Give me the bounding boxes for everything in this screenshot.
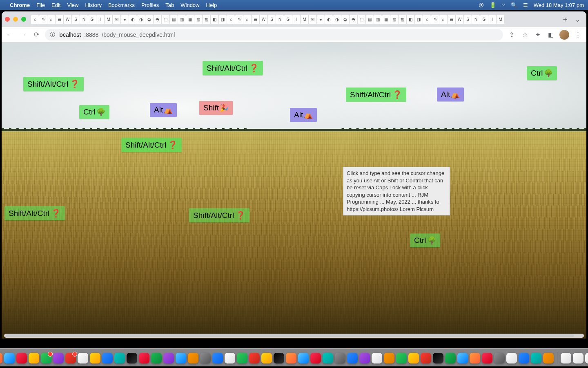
background-tab[interactable]: ◨: [219, 15, 227, 24]
chip-shiftaltctrl[interactable]: Shift/Alt/Ctrl❓: [346, 88, 406, 102]
background-tab[interactable]: ◐: [325, 15, 333, 24]
dock-app[interactable]: [433, 353, 443, 364]
background-tab[interactable]: W: [64, 15, 72, 24]
background-tab[interactable]: I: [292, 15, 301, 24]
dock-app[interactable]: [494, 353, 505, 364]
background-tab[interactable]: ◑: [137, 15, 145, 24]
wifi-icon[interactable]: ⌔: [502, 2, 505, 8]
background-tab[interactable]: W: [456, 15, 464, 24]
dock-app[interactable]: [127, 353, 137, 364]
share-icon[interactable]: ⇪: [507, 31, 516, 38]
reload-button[interactable]: ⟳: [32, 31, 41, 38]
background-tab[interactable]: ◨: [415, 15, 423, 24]
dock-app[interactable]: [457, 353, 468, 364]
new-tab-button[interactable]: ＋: [559, 14, 571, 24]
background-tab[interactable]: ☰: [56, 15, 64, 24]
address-bar[interactable]: ⓘ localhost:8888/body_mouse_deepdive.htm…: [45, 29, 503, 40]
background-tab[interactable]: ⌂: [439, 15, 448, 24]
dock-app[interactable]: [408, 353, 419, 364]
background-tab[interactable]: ◐: [129, 15, 137, 24]
background-tab[interactable]: ▤: [366, 15, 374, 24]
background-tab[interactable]: G: [284, 15, 292, 24]
battery-icon[interactable]: 🔋: [490, 2, 496, 8]
dock-app[interactable]: [372, 353, 382, 364]
background-tab[interactable]: ☰: [448, 15, 456, 24]
menu-help[interactable]: Help: [206, 2, 217, 8]
menu-bookmarks[interactable]: Bookmarks: [108, 2, 135, 8]
control-center-icon[interactable]: ☰: [523, 2, 528, 8]
dock-app[interactable]: [53, 353, 64, 364]
background-tab[interactable]: ▧: [390, 15, 399, 24]
menu-window[interactable]: Window: [180, 2, 199, 8]
background-tab[interactable]: ☰: [252, 15, 260, 24]
chrome-menu-icon[interactable]: ⋮: [573, 31, 582, 38]
chip-shiftaltctrl[interactable]: Shift/Alt/Ctrl❓: [189, 208, 249, 222]
background-tab[interactable]: S: [72, 15, 80, 24]
background-tab[interactable]: M: [105, 15, 113, 24]
dock-app[interactable]: [212, 353, 223, 364]
dock-app[interactable]: [163, 353, 174, 364]
profile-avatar[interactable]: [559, 30, 569, 40]
dock-minimized-window[interactable]: [561, 353, 571, 364]
chip-shiftaltctrl[interactable]: Shift/Alt/Ctrl❓: [4, 206, 65, 220]
dock-app[interactable]: [90, 353, 100, 364]
dock-app[interactable]: [0, 353, 2, 364]
dock-app[interactable]: [151, 353, 162, 364]
background-tab[interactable]: ◧: [211, 15, 219, 24]
page-viewport[interactable]: Shift/Alt/Ctrl❓Shift/Alt/Ctrl❓Ctrl🌳Shift…: [2, 43, 586, 339]
dock-minimized-window[interactable]: [573, 353, 584, 364]
dock-app[interactable]: [29, 353, 39, 364]
background-tab[interactable]: ▨: [203, 15, 211, 24]
background-tab[interactable]: ▨: [399, 15, 407, 24]
dock-app[interactable]: [188, 353, 198, 364]
background-tab[interactable]: ⌂: [47, 15, 56, 24]
chip-shiftaltctrl[interactable]: Shift/Alt/Ctrl❓: [203, 61, 263, 75]
dock-app[interactable]: [310, 353, 321, 364]
chip-ctrl[interactable]: Ctrl🌳: [527, 66, 557, 80]
dock-app[interactable]: [225, 353, 235, 364]
chip-shiftaltctrl[interactable]: Shift/Alt/Ctrl❓: [23, 77, 84, 91]
chip-ctrl[interactable]: Ctrl🌳: [410, 233, 440, 247]
chip-alt[interactable]: Alt⛺: [290, 108, 317, 122]
background-tab[interactable]: G: [480, 15, 488, 24]
screencast-icon[interactable]: ⦿: [479, 2, 484, 8]
dock-app[interactable]: [298, 353, 309, 364]
dock-app[interactable]: [114, 353, 125, 364]
background-tab[interactable]: M: [497, 15, 505, 24]
window-minimize-button[interactable]: [13, 17, 18, 22]
background-tab[interactable]: ✎: [39, 15, 47, 24]
background-tab[interactable]: ◒: [341, 15, 350, 24]
background-tab[interactable]: N: [276, 15, 284, 24]
background-tab[interactable]: ⬚: [358, 15, 366, 24]
dock-app[interactable]: [359, 353, 370, 364]
dock-app[interactable]: [482, 353, 492, 364]
dock-app[interactable]: [65, 353, 76, 364]
menubar-clock[interactable]: Wed 18 May 1:07 pm: [534, 2, 584, 8]
dock-app[interactable]: [335, 353, 345, 364]
background-tab[interactable]: S: [464, 15, 472, 24]
background-tab[interactable]: N: [472, 15, 480, 24]
background-tab[interactable]: ●: [317, 15, 325, 24]
window-close-button[interactable]: [5, 17, 10, 22]
menu-history[interactable]: History: [85, 2, 101, 8]
chip-shift[interactable]: Shift🎉: [199, 101, 233, 115]
dock-app[interactable]: [470, 353, 480, 364]
background-tab[interactable]: W: [260, 15, 268, 24]
menu-tab[interactable]: Tab: [165, 2, 174, 8]
dock-app[interactable]: [237, 353, 247, 364]
background-tab[interactable]: ▧: [194, 15, 203, 24]
dock-app[interactable]: [384, 353, 394, 364]
background-tab[interactable]: ◓: [154, 15, 162, 24]
background-tab[interactable]: ▥: [178, 15, 186, 24]
tab-overflow-button[interactable]: ⌄: [572, 16, 583, 23]
dock-app[interactable]: [519, 353, 529, 364]
background-tab[interactable]: ◒: [145, 15, 154, 24]
background-tab[interactable]: ✉: [309, 15, 317, 24]
dock-app[interactable]: [139, 353, 149, 364]
active-app-name[interactable]: Chrome: [10, 2, 30, 8]
spotlight-icon[interactable]: 🔍: [511, 2, 517, 8]
menu-profiles[interactable]: Profiles: [141, 2, 159, 8]
background-tab[interactable]: ⬚: [162, 15, 170, 24]
background-tab[interactable]: ◧: [407, 15, 415, 24]
dock-app[interactable]: [4, 353, 15, 364]
